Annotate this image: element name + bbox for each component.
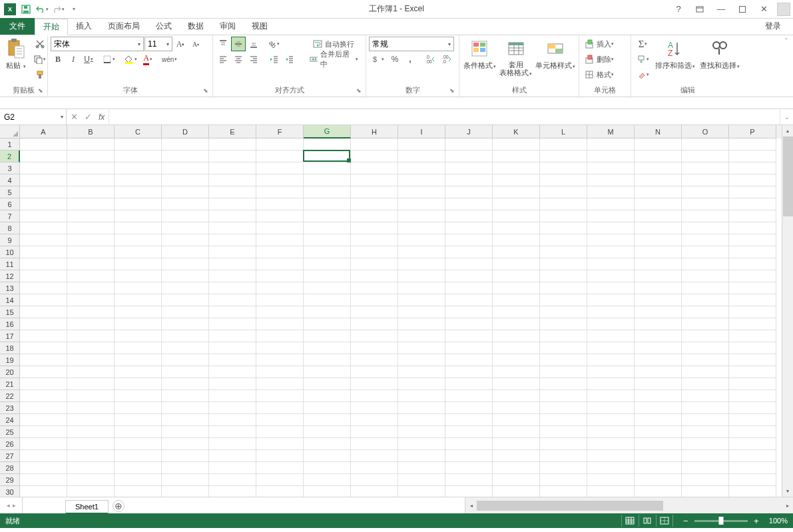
cell-O6[interactable] (682, 198, 729, 210)
cell-N27[interactable] (635, 450, 682, 462)
cell-E24[interactable] (209, 414, 256, 426)
cell-H9[interactable] (351, 234, 398, 246)
cell-K14[interactable] (493, 294, 540, 306)
col-header-N[interactable]: N (635, 125, 682, 138)
cell-J17[interactable] (445, 330, 493, 342)
cell-M5[interactable] (587, 186, 635, 198)
cell-I14[interactable] (398, 294, 445, 306)
phonetic-button[interactable]: wén▾ (159, 52, 180, 67)
col-header-J[interactable]: J (445, 125, 493, 138)
row-header-11[interactable]: 11 (0, 258, 20, 270)
cell-A20[interactable] (20, 366, 67, 378)
cell-E19[interactable] (209, 354, 256, 366)
copy-button[interactable]: ▾ (31, 52, 49, 67)
cell-P8[interactable] (729, 222, 776, 234)
excel-app-icon[interactable]: X (3, 2, 17, 17)
cell-G22[interactable] (304, 390, 351, 402)
cell-K20[interactable] (493, 366, 540, 378)
cell-F11[interactable] (256, 258, 304, 270)
cell-J7[interactable] (445, 210, 493, 222)
cell-C30[interactable] (115, 486, 162, 497)
cell-N26[interactable] (635, 438, 682, 450)
cell-F16[interactable] (256, 318, 304, 330)
cell-P1[interactable] (729, 138, 776, 150)
sheet-nav-next-icon[interactable]: ▸ (13, 502, 16, 509)
cell-G24[interactable] (304, 414, 351, 426)
cell-K11[interactable] (493, 258, 540, 270)
cell-D12[interactable] (162, 270, 209, 282)
cell-A12[interactable] (20, 270, 67, 282)
cell-I29[interactable] (398, 474, 445, 486)
cell-H26[interactable] (351, 438, 398, 450)
cell-E25[interactable] (209, 426, 256, 438)
cell-F7[interactable] (256, 210, 304, 222)
cell-N24[interactable] (635, 414, 682, 426)
cell-H6[interactable] (351, 198, 398, 210)
help-icon[interactable]: ? (670, 3, 686, 16)
cell-H10[interactable] (351, 246, 398, 258)
cell-C16[interactable] (115, 318, 162, 330)
cell-M3[interactable] (587, 162, 635, 174)
cell-K23[interactable] (493, 402, 540, 414)
cell-P27[interactable] (729, 450, 776, 462)
cell-F26[interactable] (256, 438, 304, 450)
cell-A17[interactable] (20, 330, 67, 342)
cell-E11[interactable] (209, 258, 256, 270)
cell-M19[interactable] (587, 354, 635, 366)
cell-B5[interactable] (67, 186, 115, 198)
cell-N1[interactable] (635, 138, 682, 150)
cell-O23[interactable] (682, 402, 729, 414)
cell-H4[interactable] (351, 174, 398, 186)
cell-A30[interactable] (20, 486, 67, 497)
cell-F20[interactable] (256, 366, 304, 378)
close-button[interactable]: ✕ (756, 3, 772, 16)
cell-K2[interactable] (493, 150, 540, 162)
cell-F10[interactable] (256, 246, 304, 258)
collapse-ribbon-icon[interactable]: ˆ (785, 38, 787, 45)
cell-A23[interactable] (20, 402, 67, 414)
cell-O8[interactable] (682, 222, 729, 234)
row-header-6[interactable]: 6 (0, 198, 20, 210)
cell-G21[interactable] (304, 378, 351, 390)
cell-H16[interactable] (351, 318, 398, 330)
cell-K18[interactable] (493, 342, 540, 354)
cell-G1[interactable] (304, 138, 351, 150)
cell-G16[interactable] (304, 318, 351, 330)
cell-P23[interactable] (729, 402, 776, 414)
cell-A14[interactable] (20, 294, 67, 306)
cell-E1[interactable] (209, 138, 256, 150)
cell-G17[interactable] (304, 330, 351, 342)
cell-I18[interactable] (398, 342, 445, 354)
cell-D30[interactable] (162, 486, 209, 497)
cell-G27[interactable] (304, 450, 351, 462)
cell-H25[interactable] (351, 426, 398, 438)
cell-N10[interactable] (635, 246, 682, 258)
cell-P20[interactable] (729, 366, 776, 378)
cell-L8[interactable] (540, 222, 587, 234)
cell-D16[interactable] (162, 318, 209, 330)
cell-D2[interactable] (162, 150, 209, 162)
cell-O15[interactable] (682, 306, 729, 318)
cell-I30[interactable] (398, 486, 445, 497)
cell-G9[interactable] (304, 234, 351, 246)
cell-D6[interactable] (162, 198, 209, 210)
cell-C12[interactable] (115, 270, 162, 282)
cell-D28[interactable] (162, 462, 209, 474)
cell-B11[interactable] (67, 258, 115, 270)
cell-E6[interactable] (209, 198, 256, 210)
col-header-L[interactable]: L (540, 125, 587, 138)
cell-B27[interactable] (67, 450, 115, 462)
cell-A28[interactable] (20, 462, 67, 474)
row-header-21[interactable]: 21 (0, 378, 20, 390)
orientation-button[interactable]: ab▾ (266, 37, 282, 51)
select-all-button[interactable] (0, 125, 20, 138)
cell-N16[interactable] (635, 318, 682, 330)
cell-C7[interactable] (115, 210, 162, 222)
cell-J10[interactable] (445, 246, 493, 258)
cell-P16[interactable] (729, 318, 776, 330)
cell-L9[interactable] (540, 234, 587, 246)
cell-H8[interactable] (351, 222, 398, 234)
cell-C6[interactable] (115, 198, 162, 210)
number-format-combo[interactable]: 常规▾ (369, 37, 454, 51)
tab-review[interactable]: 审阅 (212, 18, 244, 35)
